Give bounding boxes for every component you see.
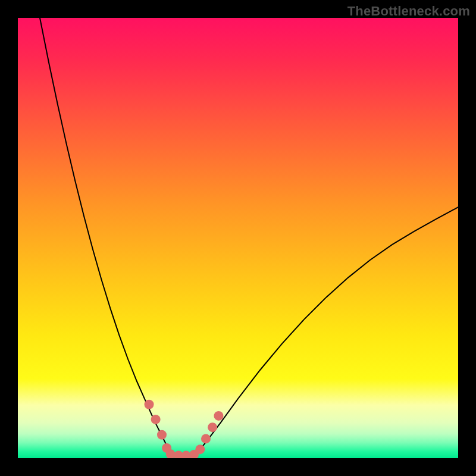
- marker-dot: [214, 411, 223, 421]
- plot-area: [18, 18, 458, 458]
- marker-dot: [201, 434, 211, 443]
- watermark-label: TheBottleneck.com: [347, 4, 470, 19]
- marker-dot: [151, 415, 161, 424]
- chart-container: TheBottleneck.com: [0, 0, 476, 476]
- marker-dot: [195, 444, 205, 454]
- curve-right-branch: [198, 207, 458, 452]
- marker-dot: [208, 422, 217, 432]
- marker-dot: [157, 430, 167, 440]
- marker-dot: [145, 400, 154, 409]
- curve-left-branch: [40, 18, 170, 452]
- chart-svg: [18, 18, 458, 458]
